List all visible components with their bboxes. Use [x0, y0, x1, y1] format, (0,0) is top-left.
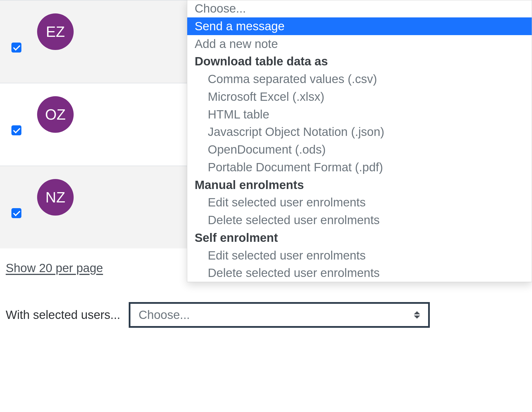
show-per-page-link[interactable]: Show 20 per page: [6, 261, 103, 275]
dropdown-group-download: Download table data as: [187, 53, 532, 70]
dropdown-option-pdf[interactable]: Portable Document Format (.pdf): [187, 158, 532, 176]
dropdown-option-ods[interactable]: OpenDocument (.ods): [187, 141, 532, 158]
bulk-action-select[interactable]: Choose...: [129, 302, 430, 328]
dropdown-option-csv[interactable]: Comma separated values (.csv): [187, 70, 532, 88]
dropdown-option-xlsx[interactable]: Microsoft Excel (.xlsx): [187, 88, 532, 106]
select-placeholder: Choose...: [138, 308, 190, 322]
dropdown-option-add-note[interactable]: Add a new note: [187, 35, 532, 53]
dropdown-option-choose[interactable]: Choose...: [187, 0, 532, 17]
dropdown-option-self-delete[interactable]: Delete selected user enrolments: [187, 264, 532, 282]
row-select-checkbox[interactable]: [11, 208, 21, 218]
select-sort-icon: [414, 311, 420, 319]
avatar-initials: OZ: [45, 106, 66, 123]
row-select-checkbox[interactable]: [11, 125, 21, 135]
avatar: OZ: [37, 96, 74, 133]
avatar: EZ: [37, 13, 74, 50]
dropdown-group-manual-enrolments: Manual enrolments: [187, 176, 532, 194]
dropdown-option-send-message[interactable]: Send a message: [187, 17, 532, 35]
dropdown-option-json[interactable]: Javascript Object Notation (.json): [187, 123, 532, 141]
avatar-initials: NZ: [45, 189, 65, 206]
bulk-action-label: With selected users...: [6, 308, 120, 322]
bulk-action-row: With selected users... Choose...: [6, 302, 532, 328]
dropdown-option-manual-delete[interactable]: Delete selected user enrolments: [187, 211, 532, 229]
bulk-action-dropdown[interactable]: Choose... Send a message Add a new note …: [187, 0, 532, 282]
dropdown-option-self-edit[interactable]: Edit selected user enrolments: [187, 247, 532, 264]
avatar: NZ: [37, 179, 74, 216]
dropdown-option-html-table[interactable]: HTML table: [187, 106, 532, 123]
row-select-checkbox[interactable]: [11, 43, 21, 53]
dropdown-group-self-enrolment: Self enrolment: [187, 229, 532, 247]
avatar-initials: EZ: [46, 23, 65, 40]
dropdown-option-manual-edit[interactable]: Edit selected user enrolments: [187, 194, 532, 211]
